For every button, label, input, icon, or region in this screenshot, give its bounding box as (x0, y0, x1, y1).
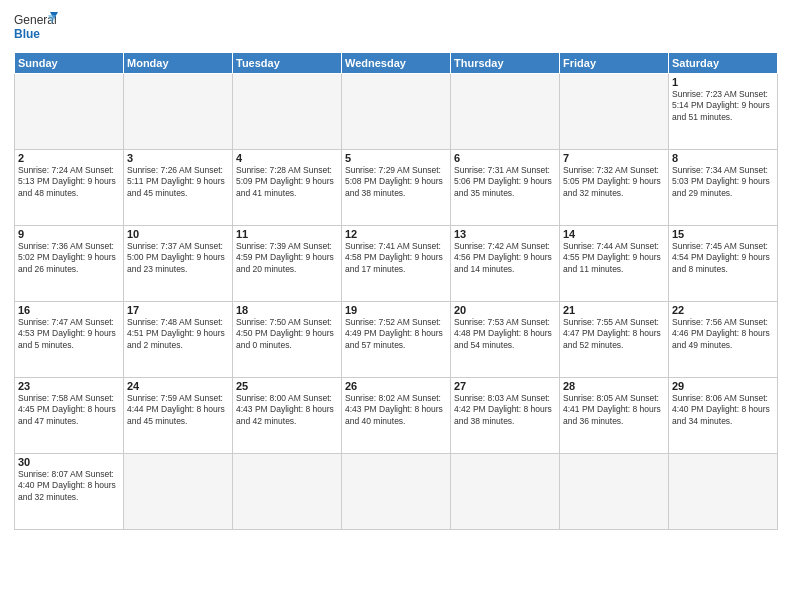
day-number: 20 (454, 304, 556, 316)
day-number: 17 (127, 304, 229, 316)
header-monday: Monday (124, 53, 233, 74)
calendar-cell: 28Sunrise: 8:05 AM Sunset: 4:41 PM Dayli… (560, 378, 669, 454)
header-tuesday: Tuesday (233, 53, 342, 74)
calendar-cell: 15Sunrise: 7:45 AM Sunset: 4:54 PM Dayli… (669, 226, 778, 302)
day-number: 27 (454, 380, 556, 392)
calendar-cell: 1Sunrise: 7:23 AM Sunset: 5:14 PM Daylig… (669, 74, 778, 150)
calendar-cell: 26Sunrise: 8:02 AM Sunset: 4:43 PM Dayli… (342, 378, 451, 454)
day-info: Sunrise: 7:59 AM Sunset: 4:44 PM Dayligh… (127, 393, 229, 427)
day-info: Sunrise: 7:41 AM Sunset: 4:58 PM Dayligh… (345, 241, 447, 275)
calendar-cell: 30Sunrise: 8:07 AM Sunset: 4:40 PM Dayli… (15, 454, 124, 530)
calendar-cell: 5Sunrise: 7:29 AM Sunset: 5:08 PM Daylig… (342, 150, 451, 226)
day-info: Sunrise: 7:32 AM Sunset: 5:05 PM Dayligh… (563, 165, 665, 199)
header-saturday: Saturday (669, 53, 778, 74)
day-number: 9 (18, 228, 120, 240)
calendar-cell: 19Sunrise: 7:52 AM Sunset: 4:49 PM Dayli… (342, 302, 451, 378)
calendar-cell: 13Sunrise: 7:42 AM Sunset: 4:56 PM Dayli… (451, 226, 560, 302)
calendar-cell: 29Sunrise: 8:06 AM Sunset: 4:40 PM Dayli… (669, 378, 778, 454)
day-info: Sunrise: 7:36 AM Sunset: 5:02 PM Dayligh… (18, 241, 120, 275)
days-of-week-row: SundayMondayTuesdayWednesdayThursdayFrid… (15, 53, 778, 74)
calendar-header: SundayMondayTuesdayWednesdayThursdayFrid… (15, 53, 778, 74)
day-number: 3 (127, 152, 229, 164)
day-info: Sunrise: 7:39 AM Sunset: 4:59 PM Dayligh… (236, 241, 338, 275)
calendar-cell (560, 454, 669, 530)
calendar-cell (233, 454, 342, 530)
calendar-cell (342, 454, 451, 530)
day-number: 14 (563, 228, 665, 240)
day-info: Sunrise: 8:05 AM Sunset: 4:41 PM Dayligh… (563, 393, 665, 427)
day-number: 19 (345, 304, 447, 316)
day-number: 7 (563, 152, 665, 164)
day-info: Sunrise: 7:29 AM Sunset: 5:08 PM Dayligh… (345, 165, 447, 199)
calendar-cell: 25Sunrise: 8:00 AM Sunset: 4:43 PM Dayli… (233, 378, 342, 454)
day-info: Sunrise: 8:07 AM Sunset: 4:40 PM Dayligh… (18, 469, 120, 503)
day-number: 30 (18, 456, 120, 468)
day-number: 26 (345, 380, 447, 392)
calendar-cell: 22Sunrise: 7:56 AM Sunset: 4:46 PM Dayli… (669, 302, 778, 378)
day-info: Sunrise: 7:50 AM Sunset: 4:50 PM Dayligh… (236, 317, 338, 351)
day-number: 5 (345, 152, 447, 164)
calendar-cell: 18Sunrise: 7:50 AM Sunset: 4:50 PM Dayli… (233, 302, 342, 378)
calendar-cell: 7Sunrise: 7:32 AM Sunset: 5:05 PM Daylig… (560, 150, 669, 226)
calendar-cell (124, 74, 233, 150)
calendar-cell (342, 74, 451, 150)
generalblue-logo-icon: General Blue (14, 10, 58, 46)
calendar-cell (233, 74, 342, 150)
day-number: 23 (18, 380, 120, 392)
day-info: Sunrise: 7:31 AM Sunset: 5:06 PM Dayligh… (454, 165, 556, 199)
day-info: Sunrise: 7:53 AM Sunset: 4:48 PM Dayligh… (454, 317, 556, 351)
calendar-cell: 9Sunrise: 7:36 AM Sunset: 5:02 PM Daylig… (15, 226, 124, 302)
calendar-cell: 8Sunrise: 7:34 AM Sunset: 5:03 PM Daylig… (669, 150, 778, 226)
header-friday: Friday (560, 53, 669, 74)
calendar-cell: 2Sunrise: 7:24 AM Sunset: 5:13 PM Daylig… (15, 150, 124, 226)
day-info: Sunrise: 8:06 AM Sunset: 4:40 PM Dayligh… (672, 393, 774, 427)
day-info: Sunrise: 7:24 AM Sunset: 5:13 PM Dayligh… (18, 165, 120, 199)
day-number: 12 (345, 228, 447, 240)
calendar-cell: 12Sunrise: 7:41 AM Sunset: 4:58 PM Dayli… (342, 226, 451, 302)
calendar-cell: 6Sunrise: 7:31 AM Sunset: 5:06 PM Daylig… (451, 150, 560, 226)
day-info: Sunrise: 7:28 AM Sunset: 5:09 PM Dayligh… (236, 165, 338, 199)
calendar-cell: 10Sunrise: 7:37 AM Sunset: 5:00 PM Dayli… (124, 226, 233, 302)
day-info: Sunrise: 8:00 AM Sunset: 4:43 PM Dayligh… (236, 393, 338, 427)
day-number: 8 (672, 152, 774, 164)
day-info: Sunrise: 7:48 AM Sunset: 4:51 PM Dayligh… (127, 317, 229, 351)
calendar-cell: 14Sunrise: 7:44 AM Sunset: 4:55 PM Dayli… (560, 226, 669, 302)
header-wednesday: Wednesday (342, 53, 451, 74)
day-number: 18 (236, 304, 338, 316)
header-sunday: Sunday (15, 53, 124, 74)
day-info: Sunrise: 7:34 AM Sunset: 5:03 PM Dayligh… (672, 165, 774, 199)
day-info: Sunrise: 7:58 AM Sunset: 4:45 PM Dayligh… (18, 393, 120, 427)
calendar-cell: 21Sunrise: 7:55 AM Sunset: 4:47 PM Dayli… (560, 302, 669, 378)
calendar-cell (560, 74, 669, 150)
day-info: Sunrise: 8:02 AM Sunset: 4:43 PM Dayligh… (345, 393, 447, 427)
calendar-cell (15, 74, 124, 150)
calendar-body: 1Sunrise: 7:23 AM Sunset: 5:14 PM Daylig… (15, 74, 778, 530)
calendar-cell: 24Sunrise: 7:59 AM Sunset: 4:44 PM Dayli… (124, 378, 233, 454)
day-info: Sunrise: 7:47 AM Sunset: 4:53 PM Dayligh… (18, 317, 120, 351)
day-number: 6 (454, 152, 556, 164)
calendar-cell: 17Sunrise: 7:48 AM Sunset: 4:51 PM Dayli… (124, 302, 233, 378)
calendar-cell (451, 74, 560, 150)
day-number: 10 (127, 228, 229, 240)
svg-text:Blue: Blue (14, 27, 40, 41)
calendar-cell (124, 454, 233, 530)
day-number: 22 (672, 304, 774, 316)
calendar-cell (451, 454, 560, 530)
day-number: 1 (672, 76, 774, 88)
day-number: 29 (672, 380, 774, 392)
day-info: Sunrise: 7:42 AM Sunset: 4:56 PM Dayligh… (454, 241, 556, 275)
page: General Blue SundayMondayTuesdayWednesda… (0, 0, 792, 612)
calendar-cell: 23Sunrise: 7:58 AM Sunset: 4:45 PM Dayli… (15, 378, 124, 454)
day-info: Sunrise: 7:52 AM Sunset: 4:49 PM Dayligh… (345, 317, 447, 351)
calendar-cell: 4Sunrise: 7:28 AM Sunset: 5:09 PM Daylig… (233, 150, 342, 226)
logo: General Blue (14, 10, 58, 46)
day-number: 28 (563, 380, 665, 392)
day-info: Sunrise: 7:56 AM Sunset: 4:46 PM Dayligh… (672, 317, 774, 351)
header: General Blue (14, 10, 778, 46)
day-number: 15 (672, 228, 774, 240)
day-number: 4 (236, 152, 338, 164)
day-info: Sunrise: 7:45 AM Sunset: 4:54 PM Dayligh… (672, 241, 774, 275)
calendar-cell: 20Sunrise: 7:53 AM Sunset: 4:48 PM Dayli… (451, 302, 560, 378)
day-info: Sunrise: 7:26 AM Sunset: 5:11 PM Dayligh… (127, 165, 229, 199)
day-info: Sunrise: 7:44 AM Sunset: 4:55 PM Dayligh… (563, 241, 665, 275)
